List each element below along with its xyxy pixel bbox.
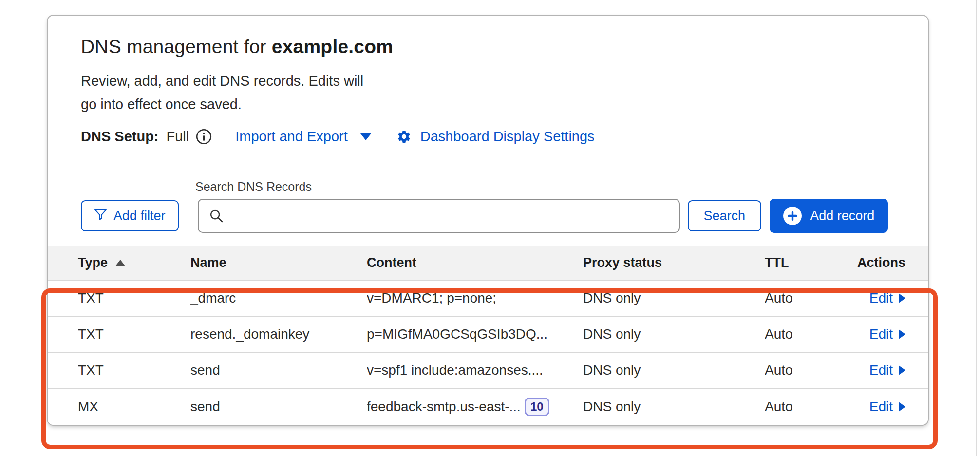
gear-icon [396, 129, 412, 144]
page-description: Review, add, and edit DNS records. Edits… [81, 69, 895, 116]
edit-button[interactable]: Edit [869, 326, 905, 342]
cell-proxy-status: DNS only [583, 326, 765, 342]
dns-management-card: DNS management for example.com Review, a… [47, 15, 929, 426]
cell-name: resend._domainkey [190, 326, 367, 342]
dns-records-table: Type Name Content Proxy status TTL Actio… [48, 246, 928, 425]
table-row[interactable]: TXT send v=spf1 include:amazonses.... DN… [48, 353, 928, 389]
priority-badge: 10 [525, 398, 549, 416]
edit-label: Edit [869, 326, 893, 342]
arrow-right-icon [899, 365, 905, 375]
arrow-right-icon [899, 293, 905, 303]
cell-proxy-status: DNS only [583, 290, 765, 306]
filter-icon [94, 208, 107, 224]
cell-proxy-status: DNS only [583, 362, 765, 378]
import-export-link[interactable]: Import and Export [235, 129, 371, 145]
search-button-label: Search [704, 209, 746, 224]
dashboard-display-settings-link[interactable]: Dashboard Display Settings [396, 129, 595, 145]
add-filter-button[interactable]: Add filter [81, 200, 179, 231]
column-header-proxy-status-label: Proxy status [583, 255, 662, 270]
cell-type: TXT [78, 362, 190, 378]
edit-label: Edit [869, 399, 893, 415]
cell-content: v=spf1 include:amazonses.... [367, 362, 583, 378]
dns-setup-value: Full [167, 129, 189, 145]
sort-ascending-icon [115, 260, 125, 266]
cell-content-text: feedback-smtp.us-east-... [367, 399, 521, 415]
cell-type: TXT [78, 326, 190, 342]
column-header-actions-label: Actions [857, 255, 905, 270]
dns-setup-row: DNS Setup: Full Import and Export Dashbo… [81, 129, 895, 145]
add-record-button[interactable]: Add record [770, 199, 888, 233]
dns-setup-label: DNS Setup: [81, 129, 159, 145]
column-header-name-label: Name [190, 255, 226, 270]
page-title: DNS management for example.com [81, 36, 895, 57]
edit-button[interactable]: Edit [869, 290, 905, 306]
search-input[interactable] [198, 199, 680, 233]
column-header-type[interactable]: Type [78, 255, 190, 270]
column-header-actions: Actions [857, 255, 905, 270]
window-edge-divider [976, 0, 977, 456]
chevron-down-icon [360, 133, 371, 140]
cell-ttl: Auto [765, 362, 869, 378]
cell-type: MX [78, 399, 190, 415]
column-header-type-label: Type [78, 255, 108, 270]
column-header-content-label: Content [367, 255, 416, 270]
cell-content: feedback-smtp.us-east-... 10 [367, 398, 583, 416]
table-row[interactable]: TXT resend._domainkey p=MIGfMA0GCSqGSIb3… [48, 317, 928, 353]
cell-name: send [190, 362, 367, 378]
cell-ttl: Auto [765, 399, 869, 415]
column-header-ttl-label: TTL [765, 255, 789, 270]
page-description-line: Review, add, and edit DNS records. Edits… [81, 69, 895, 93]
table-row[interactable]: MX send feedback-smtp.us-east-... 10 DNS… [48, 389, 928, 425]
arrow-right-icon [899, 402, 905, 412]
search-button[interactable]: Search [688, 200, 762, 231]
column-header-proxy-status[interactable]: Proxy status [583, 255, 765, 270]
cell-ttl: Auto [765, 326, 869, 342]
cell-ttl: Auto [765, 290, 869, 306]
table-header-row: Type Name Content Proxy status TTL Actio… [48, 246, 928, 281]
toolbar: Add filter Search Add record [81, 199, 895, 233]
dashboard-display-settings-label: Dashboard Display Settings [420, 129, 595, 145]
edit-button[interactable]: Edit [869, 362, 905, 378]
cell-content: v=DMARC1; p=none; [367, 290, 583, 306]
arrow-right-icon [899, 329, 905, 339]
column-header-name[interactable]: Name [190, 255, 367, 270]
cell-proxy-status: DNS only [583, 399, 765, 415]
page-title-domain: example.com [272, 36, 393, 57]
search-label: Search DNS Records [195, 180, 895, 194]
cell-name: send [190, 399, 367, 415]
cell-content: p=MIGfMA0GCSqGSIb3DQ... [367, 326, 583, 342]
table-row[interactable]: TXT _dmarc v=DMARC1; p=none; DNS only Au… [48, 281, 928, 317]
info-icon[interactable] [196, 129, 212, 145]
page-description-line: go into effect once saved. [81, 93, 895, 116]
column-header-content[interactable]: Content [367, 255, 583, 270]
edit-label: Edit [869, 290, 893, 306]
plus-icon [783, 207, 802, 225]
page-title-prefix: DNS management for [81, 36, 272, 57]
edit-label: Edit [869, 362, 893, 378]
cell-type: TXT [78, 290, 190, 306]
import-export-label: Import and Export [235, 129, 348, 145]
cell-name: _dmarc [190, 290, 367, 306]
add-filter-label: Add filter [113, 209, 166, 224]
column-header-ttl[interactable]: TTL [765, 255, 857, 270]
edit-button[interactable]: Edit [869, 399, 905, 415]
add-record-label: Add record [810, 209, 874, 224]
